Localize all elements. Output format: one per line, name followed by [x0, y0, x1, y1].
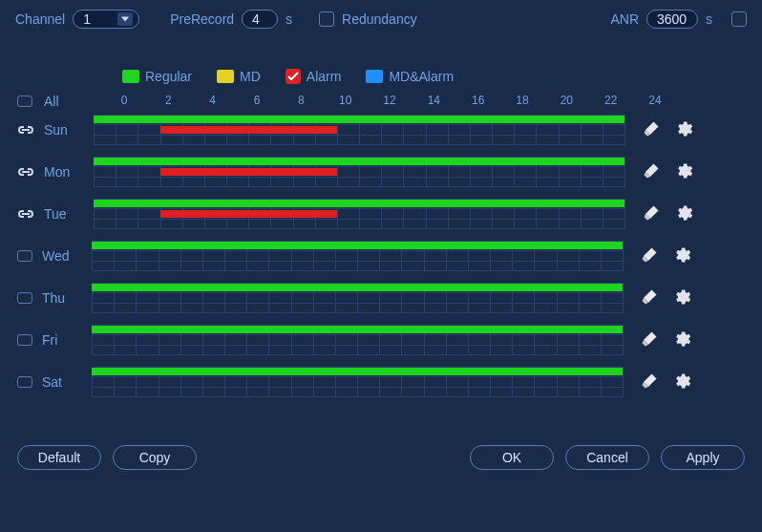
- day-toggle[interactable]: [17, 250, 32, 262]
- day-name: Fri: [42, 332, 92, 348]
- day-row-wed: Wed: [17, 235, 762, 277]
- ok-button[interactable]: OK: [470, 445, 554, 470]
- gear-icon[interactable]: [672, 330, 691, 351]
- day-toggle[interactable]: [17, 292, 32, 304]
- anr-input[interactable]: 3600: [646, 10, 698, 29]
- segment-red[interactable]: [160, 126, 337, 134]
- all-label: All: [44, 94, 94, 109]
- segment-green[interactable]: [92, 284, 623, 291]
- md-alarm-swatch: [366, 70, 383, 83]
- segment-green[interactable]: [92, 368, 623, 375]
- timeline[interactable]: [94, 115, 624, 145]
- day-name: Wed: [42, 248, 92, 264]
- all-toggle[interactable]: [17, 96, 32, 107]
- eraser-icon[interactable]: [642, 161, 661, 183]
- day-name: Sat: [42, 374, 92, 390]
- cancel-button[interactable]: Cancel: [565, 445, 649, 470]
- segment-green[interactable]: [92, 242, 623, 249]
- gear-icon[interactable]: [672, 245, 691, 267]
- hour-tick: 16: [472, 94, 484, 107]
- hour-tick: 18: [516, 94, 528, 107]
- day-name: Tue: [44, 206, 94, 222]
- eraser-icon[interactable]: [640, 372, 659, 394]
- copy-button[interactable]: Copy: [113, 445, 197, 470]
- hour-tick: 20: [561, 94, 573, 107]
- legend-md-alarm[interactable]: MD&Alarm: [366, 69, 454, 84]
- redundancy-label: Redundancy: [342, 11, 417, 27]
- alarm-checkbox[interactable]: [286, 69, 301, 84]
- default-button[interactable]: Default: [17, 445, 101, 470]
- day-toggle[interactable]: [17, 334, 32, 346]
- timeline[interactable]: [94, 199, 624, 229]
- link-icon[interactable]: [17, 165, 34, 179]
- segment-green[interactable]: [94, 116, 624, 123]
- segment-green[interactable]: [92, 326, 623, 333]
- eraser-icon[interactable]: [642, 203, 661, 225]
- day-toggle[interactable]: [17, 376, 32, 388]
- prerecord-unit: s: [286, 11, 292, 27]
- timeline[interactable]: [92, 283, 623, 313]
- segment-green[interactable]: [94, 158, 624, 165]
- anr-checkbox[interactable]: [731, 11, 747, 27]
- hour-tick: 4: [209, 94, 216, 107]
- hour-tick: 2: [165, 94, 172, 107]
- hour-tick: 10: [339, 94, 351, 107]
- prerecord-value: 4: [252, 11, 260, 27]
- segment-green[interactable]: [94, 200, 624, 207]
- anr-value: 3600: [657, 11, 687, 27]
- hour-tick: 6: [254, 94, 261, 107]
- eraser-icon[interactable]: [640, 287, 659, 309]
- hour-tick: 0: [121, 94, 128, 107]
- timeline[interactable]: [94, 157, 624, 187]
- hour-tick: 24: [648, 94, 661, 107]
- gear-icon[interactable]: [672, 372, 691, 394]
- anr-label: ANR: [610, 11, 639, 27]
- hour-tick: 22: [604, 94, 617, 107]
- segment-red[interactable]: [160, 168, 337, 176]
- anr-unit: s: [706, 11, 712, 27]
- apply-button[interactable]: Apply: [661, 445, 745, 470]
- legend-regular-label: Regular: [145, 69, 192, 84]
- eraser-icon[interactable]: [642, 119, 661, 141]
- day-row-fri: Fri: [17, 319, 762, 361]
- link-icon[interactable]: [17, 207, 34, 221]
- regular-swatch: [122, 70, 139, 83]
- day-row-tue: Tue: [17, 193, 762, 235]
- hour-tick: 12: [383, 94, 395, 107]
- link-icon[interactable]: [17, 123, 34, 137]
- prerecord-input[interactable]: 4: [242, 10, 278, 29]
- channel-dropdown[interactable]: 1: [73, 10, 139, 29]
- day-name: Thu: [42, 290, 92, 306]
- legend-md-label: MD: [240, 69, 261, 84]
- chevron-down-icon: [117, 12, 133, 26]
- legend-md[interactable]: MD: [217, 69, 261, 84]
- timeline[interactable]: [92, 325, 623, 355]
- md-swatch: [217, 70, 234, 83]
- day-row-sat: Sat: [17, 361, 762, 403]
- day-name: Mon: [44, 164, 94, 180]
- legend-alarm[interactable]: Alarm: [286, 69, 342, 84]
- legend-regular[interactable]: Regular: [122, 69, 192, 84]
- day-name: Sun: [44, 122, 94, 138]
- legend-alarm-label: Alarm: [307, 69, 342, 84]
- day-row-thu: Thu: [17, 277, 762, 319]
- gear-icon[interactable]: [672, 287, 691, 309]
- hour-tick: 8: [298, 94, 305, 107]
- day-row-sun: Sun: [17, 109, 762, 151]
- hour-tick: 14: [428, 94, 440, 107]
- day-row-mon: Mon: [17, 151, 762, 193]
- redundancy-checkbox[interactable]: [319, 11, 334, 27]
- gear-icon[interactable]: [674, 119, 693, 141]
- eraser-icon[interactable]: [640, 330, 659, 351]
- prerecord-label: PreRecord: [170, 11, 234, 27]
- legend-md-alarm-label: MD&Alarm: [389, 69, 454, 84]
- gear-icon[interactable]: [674, 203, 693, 225]
- timeline[interactable]: [92, 367, 623, 397]
- timeline[interactable]: [92, 241, 623, 271]
- segment-red[interactable]: [160, 210, 337, 218]
- hour-scale: 024681012141618202224: [124, 94, 655, 109]
- gear-icon[interactable]: [674, 161, 693, 183]
- eraser-icon[interactable]: [640, 245, 659, 267]
- channel-value: 1: [83, 11, 117, 27]
- channel-label: Channel: [15, 11, 65, 27]
